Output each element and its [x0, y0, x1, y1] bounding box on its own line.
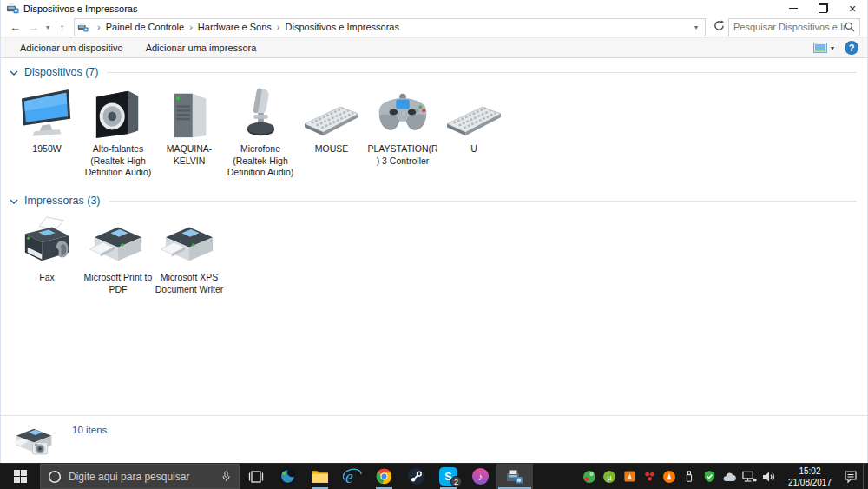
device-tile[interactable]: 1950W	[11, 85, 82, 155]
navigation-bar: ← → ▾ ↑ › Painel de Controle › Hardware …	[1, 17, 867, 38]
file-explorer-icon	[311, 469, 329, 484]
breadcrumb-devices-printers[interactable]: Dispositivos e Impressoras	[284, 21, 401, 33]
breadcrumb-separator: ›	[94, 22, 104, 32]
window-controls: ×	[779, 0, 867, 17]
change-view-button[interactable]: ▾	[813, 43, 834, 53]
itunes-icon: ♪	[471, 467, 490, 486]
up-button[interactable]: ↑	[53, 21, 71, 34]
taskbar-clock[interactable]: 15:02 21/08/2017	[782, 466, 838, 488]
back-button[interactable]: ←	[6, 21, 24, 34]
forward-button[interactable]: →	[24, 21, 43, 34]
refresh-button[interactable]	[709, 19, 728, 35]
restore-button[interactable]	[808, 0, 838, 17]
computer-tower-icon	[155, 85, 223, 141]
cortana-icon	[48, 470, 62, 484]
device-tile[interactable]: MOUSE	[296, 85, 367, 155]
taskbar-app-daemon-tools[interactable]	[272, 464, 304, 489]
printer-icon	[84, 214, 152, 269]
keyboard-icon	[440, 85, 508, 141]
tray-red-app-icon[interactable]	[642, 469, 657, 484]
device-label: Microsoft XPS Document Writer	[154, 272, 225, 295]
minimize-button[interactable]	[779, 0, 808, 17]
action-center-icon[interactable]	[843, 469, 858, 484]
taskbar-search-box[interactable]	[40, 464, 240, 489]
command-bar: Adicionar um dispositivo Adicionar uma i…	[1, 38, 867, 58]
restore-icon	[819, 3, 828, 13]
section-rule	[107, 72, 857, 73]
keyboard-icon	[298, 85, 365, 141]
printers-section-header[interactable]: Impressoras (3)	[10, 195, 857, 207]
start-button[interactable]	[0, 464, 40, 489]
utorrent-icon[interactable]: µ	[602, 469, 617, 484]
taskbar-app-steam[interactable]	[400, 464, 432, 489]
close-button[interactable]: ×	[838, 0, 867, 17]
chrome-icon	[375, 467, 393, 486]
details-pane: 10 itens	[1, 415, 867, 463]
device-tile[interactable]: Microsoft Print to PDF	[82, 214, 154, 295]
task-view-button[interactable]	[240, 464, 272, 489]
volume-icon[interactable]	[762, 469, 777, 484]
devices-section-header[interactable]: Dispositivos (7)	[10, 66, 857, 78]
command-bar-right: ▾ ?	[813, 41, 858, 55]
svg-text:µ: µ	[608, 472, 612, 481]
taskbar-app-skype[interactable]: S 2	[432, 464, 464, 489]
devices-section-title: Dispositivos (7)	[24, 66, 98, 78]
device-tile[interactable]: Microfone (Realtek High Definition Audio…	[225, 85, 296, 179]
device-label: MOUSE	[315, 143, 349, 155]
tray-antivirus-icon[interactable]	[582, 469, 597, 484]
clock-date: 21/08/2017	[788, 477, 832, 488]
search-box[interactable]	[728, 18, 860, 36]
search-icon[interactable]	[845, 22, 855, 32]
taskbar-app-internet-explorer[interactable]: e	[336, 464, 368, 489]
taskbar-app-itunes[interactable]: ♪	[464, 464, 496, 489]
screen: Dispositivos e Impressoras × ← → ▾ ↑ › P…	[0, 0, 868, 489]
minimize-icon	[789, 8, 798, 9]
add-printer-button[interactable]: Adicionar uma impressora	[146, 43, 257, 53]
daemon-tools-icon	[279, 467, 297, 486]
taskbar-search-input[interactable]	[69, 471, 214, 483]
show-desktop-button[interactable]	[863, 464, 868, 489]
device-tile[interactable]: U	[438, 85, 510, 155]
search-input[interactable]	[733, 22, 845, 32]
device-label: MAQUINA-KELVIN	[154, 143, 225, 167]
devices-printers-icon	[77, 21, 89, 34]
device-tile[interactable]: Microsoft XPS Document Writer	[154, 214, 225, 295]
window-title: Dispositivos e Impressoras	[23, 3, 779, 14]
collapse-chevron-icon	[10, 199, 18, 204]
network-icon[interactable]	[742, 469, 757, 484]
breadcrumb-control-panel[interactable]: Painel de Controle	[104, 21, 187, 33]
taskbar: e S 2 ♪ µ	[0, 463, 868, 489]
device-tile[interactable]: Fax	[11, 214, 82, 284]
device-label: Alto-falantes (Realtek High Definition A…	[82, 143, 154, 179]
help-button[interactable]: ?	[845, 41, 858, 55]
defender-icon[interactable]	[702, 469, 717, 484]
breadcrumb-separator: ›	[273, 22, 284, 32]
address-bar[interactable]: › Painel de Controle › Hardware e Sons ›…	[74, 18, 706, 36]
device-tile[interactable]: Alto-falantes (Realtek High Definition A…	[82, 85, 154, 179]
taskbar-app-file-explorer[interactable]	[304, 464, 336, 489]
svg-text:♪: ♪	[478, 472, 483, 482]
microphone-icon[interactable]	[220, 470, 232, 483]
skype-notification-badge: 2	[450, 476, 462, 487]
collapse-chevron-icon	[10, 70, 18, 76]
printer-icon	[155, 214, 223, 269]
address-dropdown-icon[interactable]: ▾	[690, 23, 702, 31]
history-chevron-icon[interactable]: ▾	[43, 23, 53, 31]
internet-explorer-icon: e	[343, 467, 362, 486]
tray-orange-app-icon[interactable]	[622, 469, 637, 484]
section-rule	[109, 201, 857, 202]
breadcrumb-separator: ›	[186, 22, 196, 32]
breadcrumb-hardware-sound[interactable]: Hardware e Sons	[196, 21, 273, 33]
taskbar-app-devices-printers[interactable]	[496, 464, 533, 489]
onedrive-icon[interactable]	[722, 469, 737, 484]
taskbar-app-chrome[interactable]	[368, 464, 400, 489]
device-label: Fax	[39, 272, 55, 284]
close-icon: ×	[849, 3, 856, 15]
add-device-button[interactable]: Adicionar um dispositivo	[20, 43, 123, 53]
device-tile[interactable]: MAQUINA-KELVIN	[154, 85, 225, 167]
devices-printers-window: Dispositivos e Impressoras × ← → ▾ ↑ › P…	[0, 0, 868, 463]
device-tile[interactable]: PLAYSTATION(R) 3 Controller	[367, 85, 438, 167]
avast-icon[interactable]	[662, 469, 677, 484]
usb-icon[interactable]	[682, 469, 697, 484]
device-label: 1950W	[32, 143, 61, 155]
